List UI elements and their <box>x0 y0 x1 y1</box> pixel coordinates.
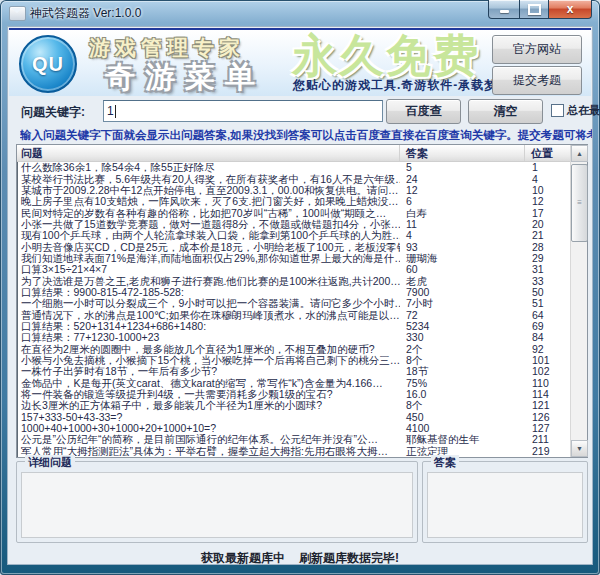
position-cell: 51 <box>525 298 571 309</box>
position-cell: 69 <box>525 321 571 332</box>
answer-cell: 450 <box>400 412 525 423</box>
table-row[interactable]: 小明去音像店买CD，CD是25元，成本价是18元，小明给老板了100元，老板没零… <box>18 241 571 252</box>
question-cell: 口算结果：520+1314+1234+686+1480: <box>18 321 400 332</box>
question-cell: 一株竹子出笋时有18节，一年后有多少节? <box>18 366 400 377</box>
scroll-down-button[interactable]: ▼ <box>571 440 588 457</box>
table-row[interactable]: 金饰品中，K是每开(英文carat、德文karat的缩写，常写作“k”)含金量为… <box>18 378 571 389</box>
table-row[interactable]: 一个细胞一小时可以分裂成三个，9小时可以把一个容器装满。请问它多少个小时…7小时… <box>18 298 571 309</box>
window-title: 神武答题器 Ver:1.0.0 <box>30 5 141 22</box>
app-window: 神武答题器 Ver:1.0.0 x QU 游戏管理专家 奇游菜单 永久免费 您贴… <box>0 0 600 575</box>
clear-button[interactable]: 清空 <box>468 99 543 124</box>
table-row[interactable]: 口算结果：9900-815-472-185-528:790050 <box>18 287 571 298</box>
instruction-text: 输入问题关键字下面就会显示出问题答案,如果没找到答案可以点击百度查直接在百度查询… <box>20 128 592 143</box>
question-cell: 一个细胞一小时可以分裂成三个，9小时可以把一个容器装满。请问它多少个小时… <box>18 298 400 309</box>
position-cell: 126 <box>525 412 571 423</box>
app-icon <box>9 6 26 21</box>
question-cell: 小猴与小兔去摘桃，小猴摘下15个桃，当小猴吃掉一个后再将自己剩下的桃分三… <box>18 355 400 366</box>
header-question[interactable]: 问题 <box>17 145 400 161</box>
header-answer[interactable]: 答案 <box>400 145 525 161</box>
banner-tagline: 您贴心的游戏工具.奇游软件-承载梦想 <box>293 77 510 94</box>
table-row[interactable]: 小猴与小兔去摘桃，小猴摘下15个桃，当小猴吃掉一个后再将自己剩下的桃分三…8个1… <box>18 355 571 366</box>
answer-cell: 老虎 <box>400 276 525 287</box>
question-cell: 现有100个乒乓球，由两个人轮流拿球装入口袋，能拿到第100个乒乓球的人为胜… <box>18 230 400 241</box>
table-row[interactable]: 晚上房子里点有10支蜡烛，一阵风吹来，灭了6支.把门窗关好，如果晚上蜡烛没…61… <box>18 196 571 207</box>
vertical-scrollbar[interactable]: ▲ ≡ ▼ <box>570 145 587 457</box>
position-cell: 17 <box>525 208 571 219</box>
qu-logo: QU <box>19 35 77 93</box>
answer-cell: 11 <box>400 219 525 230</box>
position-cell: 114 <box>525 389 571 400</box>
table-row[interactable]: 普通情况下，水的沸点是100℃;如果你在珠穆朗玛峰顶煮水，水的沸点可能是以…72… <box>18 309 571 320</box>
question-table-body: 什么数除36余1，除54余4，除55正好除尽51某校举行书法比赛，5.6年级共有… <box>18 162 571 456</box>
detail-question-legend: 详细问题 <box>25 455 75 470</box>
scroll-up-button[interactable]: ▲ <box>571 145 588 162</box>
table-row[interactable]: 一株竹子出笋时有18节，一年后有多少节?18节102 <box>18 366 571 377</box>
table-row[interactable]: 1000+40+1000+30+1000+20+1000+10=?4100127 <box>18 423 571 434</box>
status-text-left: 获取最新题库中 <box>201 551 285 565</box>
table-row[interactable]: 口算结果：77+1230-1000+2333084 <box>18 332 571 343</box>
position-cell: 10 <box>525 185 571 196</box>
table-row[interactable]: 157+333-50+43-33=?450126 <box>18 412 571 423</box>
position-cell: 211 <box>525 434 571 445</box>
table-row[interactable]: 为了决选谁是万兽之王,老虎和狮子进行赛跑.他们比赛的是100米往返跑,共计200… <box>18 275 571 286</box>
answer-cell: 60 <box>400 264 525 275</box>
official-site-button[interactable]: 官方网站 <box>492 35 582 64</box>
baidu-search-button[interactable]: 百度查 <box>386 99 461 124</box>
question-table: 问题 答案 位置 什么数除36余1，除54余4，除55正好除尽51某校举行书法比… <box>16 144 588 458</box>
table-row[interactable]: 口算结果：520+1314+1234+686+1480:523469 <box>18 321 571 332</box>
answer-cell: 8个 <box>400 355 525 366</box>
title-bar[interactable]: 神武答题器 Ver:1.0.0 x <box>0 0 600 26</box>
maximize-icon <box>528 4 541 15</box>
minimize-button[interactable] <box>488 0 520 19</box>
table-row[interactable]: 将一件装备的锻造等级提升到4级，一共需要消耗多少颗1级的宝石?16.0114 <box>18 389 571 400</box>
question-cell: 157+333-50+43-33=? <box>18 412 400 423</box>
header-position[interactable]: 位置 <box>525 145 571 161</box>
detail-question-content <box>21 472 413 538</box>
scrollbar-thumb[interactable]: ≡ <box>571 164 588 242</box>
close-button[interactable]: x <box>548 0 592 19</box>
question-cell: 在直径为2厘米的圆圈中，最多能放几个直径为1厘米的，不相互叠加的硬币? <box>18 344 400 355</box>
always-on-top-checkbox[interactable] <box>551 104 564 117</box>
table-row[interactable]: 军人常用“大拇指测距法”具体为：平举右臂，握拳立起大拇指:先用右眼将大拇…正弦定… <box>18 446 571 456</box>
text-caret <box>115 105 116 118</box>
table-row[interactable]: 小张一共做了15道数学竞赛题，做对一道题得8分，不做题或做错题扣4分，小张…11… <box>18 219 571 230</box>
minimize-icon <box>500 10 509 13</box>
client-area: QU 游戏管理专家 奇游菜单 永久免费 您贴心的游戏工具.奇游软件-承载梦想 官… <box>7 26 593 565</box>
maximize-button[interactable] <box>520 0 548 19</box>
answer-cell: 16.0 <box>400 389 525 400</box>
position-cell: 28 <box>525 242 571 253</box>
question-cell: 晚上房子里点有10支蜡烛，一阵风吹来，灭了6支.把门窗关好，如果晚上蜡烛没… <box>18 196 400 207</box>
position-cell: 101 <box>525 355 571 366</box>
table-row[interactable]: 现有100个乒乓球，由两个人轮流拿球装入口袋，能拿到第100个乒乓球的人为胜…4… <box>18 230 571 241</box>
keyword-input[interactable]: 1 <box>103 100 383 122</box>
status-bar: 获取最新题库中刷新题库数据完毕! <box>8 548 592 566</box>
status-text-right: 刷新题库数据完毕! <box>299 551 399 565</box>
answer-cell: 7小时 <box>400 298 525 309</box>
position-cell: 33 <box>525 276 571 287</box>
table-row[interactable]: 什么数除36余1，除54余4，除55正好除尽51 <box>18 162 571 173</box>
answer-cell: 18节 <box>400 366 525 377</box>
table-row[interactable]: 我们知道地球表面71%是海洋,而陆地面积仅占29%,那你知道世界上最大的海是什…… <box>18 253 571 264</box>
question-cell: 什么数除36余1，除54余4，除55正好除尽 <box>18 162 400 173</box>
table-row[interactable]: 某校举行书法比赛，5.6年级共有20人得奖，在所有获奖者中，有16人不是六年级…… <box>18 173 571 184</box>
question-cell: 我们知道地球表面71%是海洋,而陆地面积仅占29%,那你知道世界上最大的海是什… <box>18 253 400 264</box>
answer-cell: 7900 <box>400 287 525 298</box>
answer-cell: 5234 <box>400 321 525 332</box>
answer-cell: 珊瑚海 <box>400 253 525 264</box>
table-row[interactable]: 公元是”公历纪年“的简称，是目前国际通行的纪年体系。公元纪年并没有”公…耶稣基督… <box>18 434 571 445</box>
table-row[interactable]: 民间对特定的岁数有各种有趣的俗称，比如把70岁叫“古稀”，100叫做“期颐之…白… <box>18 207 571 218</box>
table-row[interactable]: 在直径为2厘米的圆圈中，最多能放几个直径为1厘米的，不相互叠加的硬币?2个92 <box>18 344 571 355</box>
question-cell: 口算3×15÷21×4×7 <box>18 264 400 275</box>
table-row[interactable]: 口算3×15÷21×4×76031 <box>18 264 571 275</box>
answer-cell: 8个 <box>400 400 525 411</box>
table-row[interactable]: 某城市于2009.2.28中午12点开始停电，直至2009.3.1，00.00和… <box>18 185 571 196</box>
answer-cell: 72 <box>400 310 525 321</box>
question-cell: 口算结果：9900-815-472-185-528: <box>18 287 400 298</box>
position-cell: 102 <box>525 366 571 377</box>
submit-question-button[interactable]: 提交考题 <box>492 66 582 95</box>
position-cell: 92 <box>525 344 571 355</box>
question-cell: 为了决选谁是万兽之王,老虎和狮子进行赛跑.他们比赛的是100米往返跑,共计200… <box>18 276 400 287</box>
question-cell: 军人常用“大拇指测距法”具体为：平举右臂，握拳立起大拇指:先用右眼将大拇… <box>18 446 400 456</box>
detail-answer-content <box>427 472 583 538</box>
table-row[interactable]: 边长3厘米的正方体箱子中，最多能装几个半径为1厘米的小圆球?8个121 <box>18 400 571 411</box>
